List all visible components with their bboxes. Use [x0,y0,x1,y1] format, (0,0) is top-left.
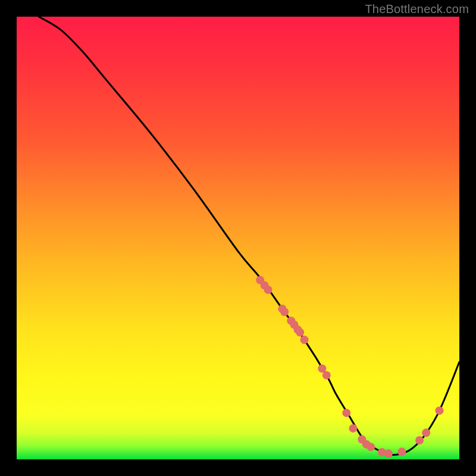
marker-dot [290,321,298,329]
stage: TheBottleneck.com [0,0,476,476]
marker-dot [422,428,430,437]
marker-dot [300,336,309,344]
marker-dot [280,308,289,316]
marker-dot [261,281,269,290]
marker-dot [322,371,331,380]
marker-dot [287,317,295,325]
marker-dot [415,436,424,444]
marker-dot [278,305,286,313]
marker-dot [264,286,273,294]
marker-group-dots [256,276,443,458]
marker-dot [318,364,326,372]
curve-overlay [17,17,459,459]
marker-dot [342,409,350,417]
marker-dot [362,440,371,449]
marker-dot [296,328,304,336]
marker-dot [397,447,406,456]
marker-dot [367,443,375,451]
marker-dot [256,276,264,284]
marker-dot [436,406,444,415]
plot-area [17,17,459,459]
marker-dot [378,448,386,456]
marker-dot [358,436,366,444]
bottleneck-curve [39,17,459,455]
marker-dot [349,424,357,433]
watermark-text: TheBottleneck.com [365,2,469,16]
marker-dot [384,449,393,458]
marker-dot [293,325,302,334]
